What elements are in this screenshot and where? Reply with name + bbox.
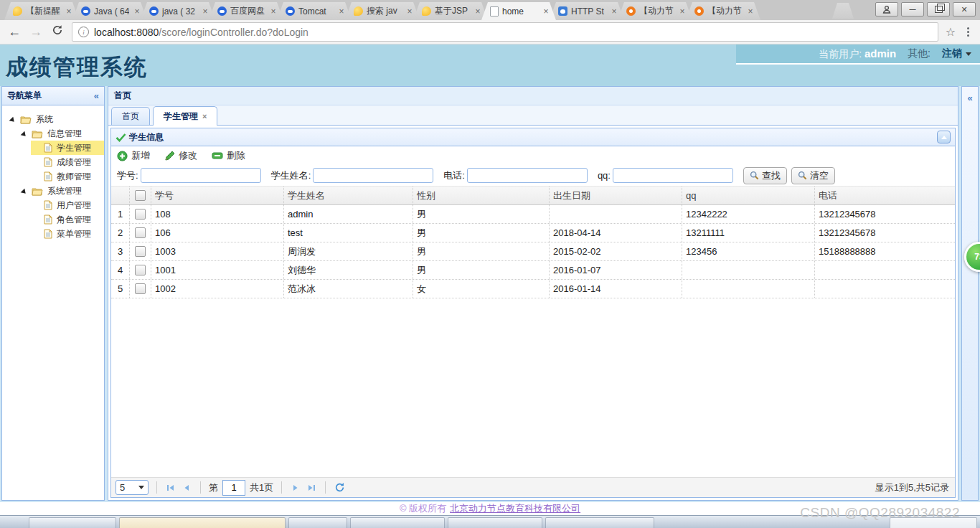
restore-icon[interactable] [927,2,950,16]
browser-tab[interactable]: java ( 32 [141,2,215,20]
row-checkbox[interactable] [135,246,146,257]
student-name-input[interactable] [313,168,433,183]
qq-input[interactable] [613,168,733,183]
bookmark-star-icon[interactable] [946,25,956,39]
first-page-icon[interactable] [165,482,176,494]
table-row[interactable]: 5 1002 范冰冰 女 2016-01-14 [111,280,955,298]
select-all-checkbox[interactable] [135,190,146,201]
delete-button[interactable]: 删除 [212,149,245,162]
prev-page-icon[interactable] [181,482,192,494]
col-header-qq[interactable]: qq [682,187,815,204]
browser-tab-label: 【动力节 [707,5,743,17]
tree-expand-icon[interactable] [9,116,19,126]
tab-close-icon[interactable] [746,7,755,16]
tab-close-icon[interactable] [610,7,618,16]
taskbar-button[interactable] [350,517,445,528]
tab-close-icon[interactable] [201,7,209,16]
table-row[interactable]: 3 1003 周润发 男 2015-02-02 123456 151888888… [111,242,955,261]
tab-close-icon[interactable] [133,7,141,16]
table-row[interactable]: 4 1001 刘德华 男 2016-01-07 [111,261,955,280]
browser-tab[interactable]: 搜索 jav [345,2,420,20]
browser-tab[interactable]: 【新提醒 [4,2,79,20]
tab-close-icon[interactable] [405,7,414,16]
tab-close-icon[interactable] [678,7,687,16]
logout-button[interactable]: 注销 [942,47,971,60]
refresh-icon[interactable] [50,24,65,39]
col-header-gender[interactable]: 性别 [413,187,550,204]
tree-node-user-mgmt[interactable]: 用户管理 [2,198,104,212]
col-header-student-name[interactable]: 学生姓名 [284,187,413,204]
col-header-birthdate[interactable]: 出生日期 [550,187,682,204]
tab-student-mgmt[interactable]: 学生管理 [153,106,217,126]
tab-close-icon[interactable] [337,7,346,16]
browser-menu-icon[interactable] [963,27,973,37]
browser-tab[interactable]: 百度网盘 [209,2,283,20]
tree-node-teacher-mgmt[interactable]: 教师管理 [2,169,104,184]
sidebar-collapse-icon[interactable] [94,90,99,101]
browser-tab[interactable]: HTTP St [550,2,624,20]
tab-close-icon[interactable] [65,7,73,16]
add-button[interactable]: 新增 [117,149,150,162]
phone-input[interactable] [467,168,588,183]
east-expand-icon[interactable] [967,93,972,103]
tree-node-info-mgmt[interactable]: 信息管理 [2,126,104,141]
page-number-input[interactable] [222,480,245,496]
back-icon[interactable] [7,24,22,39]
grid-toolbar: 新增 修改 删除 [111,146,955,165]
sidebar: 导航菜单 系统 信息管理 学生管理 成绩管理 教师管理 [1,86,105,501]
table-row[interactable]: 1 108 admin 男 12342222 13212345678 [111,205,955,224]
student-no-input[interactable] [141,168,261,183]
tab-close-icon[interactable] [202,112,207,121]
browser-tab[interactable]: 基于JSP [413,2,488,20]
tree-node-menu-mgmt[interactable]: 菜单管理 [2,227,104,241]
col-header-student-no[interactable]: 学号 [151,187,284,204]
close-icon[interactable] [953,2,976,16]
tree-node-student-mgmt[interactable]: 学生管理 [2,141,104,155]
tree-expand-icon[interactable] [21,188,30,197]
browser-tab[interactable]: Java ( 64 [72,2,147,20]
taskbar-button[interactable] [288,517,347,528]
row-checkbox[interactable] [135,209,146,220]
tree-node-role-mgmt[interactable]: 角色管理 [2,212,104,227]
forward-icon[interactable] [29,24,43,39]
row-checkbox[interactable] [135,265,146,275]
student-name-cell: 周润发 [284,242,413,260]
taskbar-button[interactable] [29,517,116,528]
minimize-icon[interactable] [901,2,924,16]
student-name-cell: 范冰冰 [284,280,413,298]
last-page-icon[interactable] [306,482,317,494]
next-page-icon[interactable] [290,482,301,494]
taskbar-button[interactable] [119,517,286,528]
page-size-select[interactable]: 5 [116,480,149,495]
tab-close-icon[interactable] [269,7,278,16]
tree-node-system[interactable]: 系统 [2,112,104,126]
tree-node-system-mgmt[interactable]: 系统管理 [2,184,104,198]
copyright-text: © 版权所有 [400,502,446,515]
col-header-phone[interactable]: 电话 [815,187,955,204]
refresh-grid-icon[interactable] [334,482,345,494]
tab-home[interactable]: 首页 [111,107,150,125]
browser-tab[interactable]: 【动力节 [686,2,760,20]
phone-cell [815,280,955,298]
clear-button[interactable]: 清空 [791,167,835,184]
row-checkbox[interactable] [135,227,146,238]
tree-node-score-mgmt[interactable]: 成绩管理 [2,155,104,169]
page-info-icon[interactable] [78,27,89,37]
browser-tab[interactable]: 【动力节 [618,2,692,20]
panel-collapse-button[interactable] [937,131,951,143]
tab-close-icon[interactable] [473,7,482,16]
tree-expand-icon[interactable] [21,131,30,140]
table-row[interactable]: 2 106 test 男 2018-04-14 13211111 1321234… [111,224,955,242]
company-link[interactable]: 北京动力节点教育科技有限公司 [450,502,580,515]
edit-button[interactable]: 修改 [164,149,197,162]
find-button[interactable]: 查找 [743,167,787,184]
tab-close-icon[interactable] [542,7,550,16]
taskbar-button[interactable] [448,517,542,528]
taskbar-button[interactable] [545,517,654,528]
browser-tab[interactable]: Tomcat [277,2,352,20]
browser-tab[interactable]: home [481,2,556,20]
address-bar[interactable]: localhost:8080/score/loginController.do?… [72,22,938,42]
grid-empty-area [111,298,955,477]
row-checkbox[interactable] [135,283,146,294]
profile-icon[interactable] [875,2,898,16]
